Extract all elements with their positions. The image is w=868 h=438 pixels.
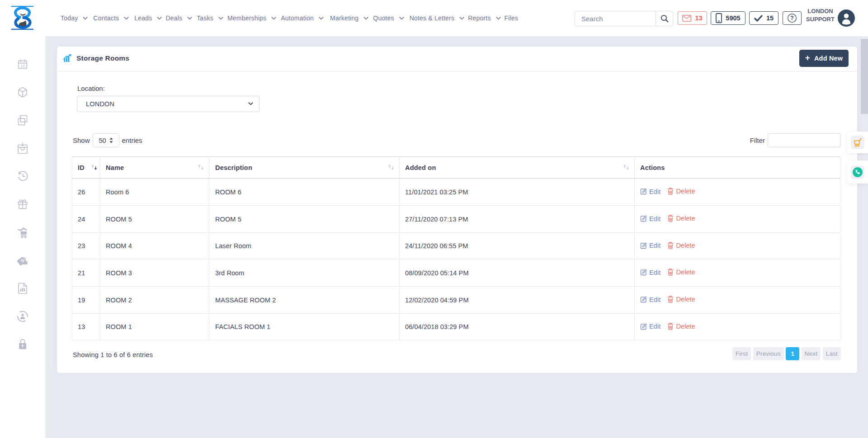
svg-text:12: 12 [20, 64, 25, 68]
svg-text:?: ? [790, 15, 793, 21]
